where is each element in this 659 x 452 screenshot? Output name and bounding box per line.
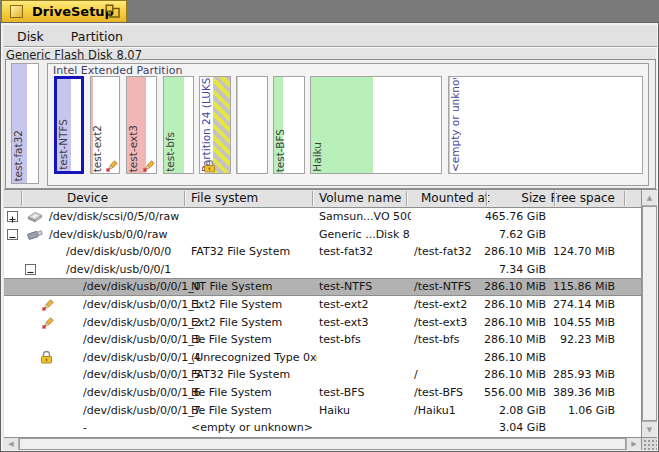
cell-device: /dev/disk/usb/0/0/0 bbox=[66, 243, 171, 261]
cell-volume-name: Generic ...Disk 8.07 bbox=[319, 226, 411, 244]
zoom-button[interactable] bbox=[105, 4, 121, 19]
pencil-icon bbox=[141, 158, 156, 173]
partition-box-test-bfs[interactable]: test-bfs bbox=[163, 76, 194, 174]
cell-volume-name: Samsun...VO 500G bbox=[319, 208, 411, 226]
column-header-volume-name[interactable]: Volume name bbox=[319, 190, 401, 207]
zoom-box-icon bbox=[105, 4, 121, 23]
scroll-down-icon[interactable]: ▼ bbox=[642, 421, 657, 437]
cell-volume-name: test-NTFS bbox=[319, 278, 411, 296]
column-header-free-space[interactable]: Free space bbox=[551, 190, 615, 207]
vertical-scrollbar-thumb[interactable] bbox=[642, 206, 657, 421]
cell-size: 2.08 GiB bbox=[499, 402, 546, 420]
horizontal-scrollbar-thumb[interactable] bbox=[19, 438, 626, 450]
cell-size: 7.34 GiB bbox=[499, 261, 546, 279]
scroll-up-icon[interactable]: ▲ bbox=[642, 190, 657, 206]
table-header: Device File system Volume name Mounted a… bbox=[4, 189, 641, 208]
partition-box-partition-24-luks[interactable]: Partition 24 (LUKS enc... bbox=[199, 76, 231, 174]
column-separator[interactable] bbox=[554, 191, 555, 206]
column-separator[interactable] bbox=[21, 191, 22, 206]
menu-disk[interactable]: Disk bbox=[4, 26, 54, 46]
drivesetup-window: Disk Partition Generic Flash Disk 8.07 t… bbox=[0, 22, 659, 452]
cell-device: /dev/disk/usb/0/0/1_2 bbox=[83, 314, 201, 332]
cell-file-system: Ext2 File System bbox=[191, 296, 317, 314]
cell-size: 286.10 MiB bbox=[484, 243, 546, 261]
scroll-left-icon[interactable]: ◀ bbox=[4, 438, 19, 450]
window-title-tab[interactable]: DriveSetup bbox=[1, 0, 127, 22]
cell-mounted-at: / bbox=[414, 366, 492, 384]
partition-box-Haiku[interactable]: Haiku bbox=[310, 76, 442, 174]
table-row[interactable]: /dev/disk/usb/0/0/1_6Be File Systemtest-… bbox=[4, 384, 641, 402]
column-header-device[interactable]: Device bbox=[67, 190, 108, 207]
collapse-icon[interactable] bbox=[25, 264, 36, 275]
resize-grip[interactable] bbox=[641, 437, 657, 450]
cell-free-space: 104.55 MiB bbox=[553, 314, 615, 332]
vertical-scrollbar[interactable]: ▲ ▼ bbox=[641, 189, 657, 437]
pencil-icon bbox=[40, 315, 58, 330]
cell-mounted-at: /test-BFS bbox=[414, 384, 492, 402]
partition-box-test-ext2[interactable]: test-ext2 bbox=[90, 76, 120, 174]
table-row[interactable]: /dev/disk/usb/0/0/17.34 GiB bbox=[4, 261, 641, 279]
cell-file-system: Ext2 File System bbox=[191, 314, 317, 332]
partition-label: test-BFS bbox=[275, 129, 286, 172]
cell-size: 286.10 MiB bbox=[484, 366, 546, 384]
extended-partition-group[interactable]: Intel Extended Partition test-NTFStest-e… bbox=[47, 63, 649, 186]
table-row[interactable]: /dev/disk/usb/0/0/0FAT32 File Systemtest… bbox=[4, 243, 641, 261]
partition-box-test-NTFS[interactable]: test-NTFS bbox=[54, 76, 84, 174]
table-row[interactable]: /dev/disk/usb/0/0/1_4(Unrecognized Type … bbox=[4, 349, 641, 367]
cell-free-space: 124.70 MiB bbox=[553, 243, 615, 261]
cell-device: /dev/disk/usb/0/0/1 bbox=[66, 261, 171, 279]
partition-box-test-BFS[interactable]: test-BFS bbox=[273, 76, 305, 174]
table-row[interactable]: -<empty or unknown>3.04 GiB bbox=[4, 419, 641, 437]
column-separator[interactable] bbox=[624, 191, 625, 206]
pencil-icon bbox=[104, 158, 119, 173]
column-header-size[interactable]: Size bbox=[521, 190, 546, 207]
partition-box-test-ext3[interactable]: test-ext3 bbox=[126, 76, 157, 174]
cell-file-system: (Unrecognized Type 0xe8) bbox=[191, 349, 317, 367]
partition-box-partition-1-5[interactable] bbox=[236, 76, 268, 174]
partition-label: test-ext3 bbox=[128, 125, 139, 172]
expand-icon[interactable] bbox=[7, 211, 18, 222]
cell-size: 286.10 MiB bbox=[484, 278, 546, 296]
column-separator[interactable] bbox=[406, 191, 407, 206]
cell-volume-name: test-ext2 bbox=[319, 296, 411, 314]
partition-label: test-fat32 bbox=[13, 130, 24, 182]
collapse-icon[interactable] bbox=[7, 229, 18, 240]
cell-free-space: 285.93 MiB bbox=[553, 366, 615, 384]
table-row[interactable]: /dev/disk/usb/0/0/1_0NT File Systemtest-… bbox=[4, 278, 641, 296]
partition-box-test-fat32[interactable]: test-fat32 bbox=[11, 63, 39, 184]
cell-volume-name: Haiku bbox=[319, 402, 411, 420]
table-row[interactable]: /dev/disk/usb/0/0/1_5FAT32 File System/2… bbox=[4, 366, 641, 384]
menu-partition[interactable]: Partition bbox=[61, 26, 133, 46]
table-row[interactable]: /dev/disk/usb/0/0/1_7Be File SystemHaiku… bbox=[4, 402, 641, 420]
table-row[interactable]: /dev/disk/usb/0/0/1_2Ext2 File Systemtes… bbox=[4, 314, 641, 332]
table-row[interactable]: /dev/disk/usb/0/0/1_1Ext2 File Systemtes… bbox=[4, 296, 641, 314]
cell-free-space: 389.36 MiB bbox=[553, 384, 615, 402]
cell-mounted-at: /test-fat32 bbox=[414, 243, 492, 261]
column-separator[interactable] bbox=[312, 191, 313, 206]
cell-file-system: Be File System bbox=[191, 402, 317, 420]
column-separator[interactable] bbox=[184, 191, 185, 206]
lock-icon bbox=[40, 350, 58, 365]
scroll-right-icon[interactable]: ▶ bbox=[626, 438, 641, 450]
used-space-fill bbox=[237, 77, 238, 173]
column-separator[interactable] bbox=[486, 191, 487, 206]
cell-volume-name: test-fat32 bbox=[319, 243, 411, 261]
cell-free-space: 92.23 MiB bbox=[560, 331, 615, 349]
cell-mounted-at: /test-NTFS bbox=[414, 278, 492, 296]
cell-size: 286.10 MiB bbox=[484, 314, 546, 332]
table-row[interactable]: /dev/disk/usb/0/0/1_3Be File Systemtest-… bbox=[4, 331, 641, 349]
column-header-mounted-at[interactable]: Mounted at bbox=[421, 190, 489, 207]
cell-size: 556.00 MiB bbox=[484, 384, 546, 402]
close-button[interactable] bbox=[10, 5, 23, 18]
table-row[interactable]: /dev/disk/scsi/0/5/0/rawSamsun...VO 500G… bbox=[4, 208, 641, 226]
horizontal-scrollbar[interactable]: ◀ ▶ bbox=[4, 437, 641, 450]
table-row[interactable]: /dev/disk/usb/0/0/rawGeneric ...Disk 8.0… bbox=[4, 226, 641, 244]
cell-file-system: Be File System bbox=[191, 331, 317, 349]
desktop-background: DriveSetup Disk Partition Generic Flash … bbox=[0, 0, 659, 452]
partition-panel: test-fat32 Intel Extended Partition test… bbox=[5, 59, 656, 189]
partition-box-empty-or-unknown[interactable]: <empty or unknown> bbox=[448, 76, 643, 174]
column-header-file-system[interactable]: File system bbox=[191, 190, 258, 207]
partition-label: test-NTFS bbox=[58, 119, 69, 170]
cell-size: 286.10 MiB bbox=[484, 331, 546, 349]
cell-device: /dev/disk/usb/0/0/1_0 bbox=[83, 278, 201, 296]
